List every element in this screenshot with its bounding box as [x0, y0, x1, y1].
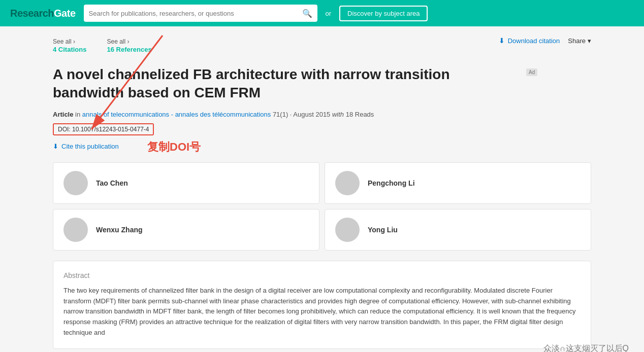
ad-badge: Ad	[526, 68, 537, 76]
cite-this-publication-button[interactable]: ⬇ Cite this publication	[53, 143, 591, 150]
journal-link[interactable]: annals of telecommunications - annales d…	[82, 111, 271, 118]
cite-download-icon: ⬇	[53, 143, 58, 150]
author-card-wenxu-zhang[interactable]: Wenxu Zhang	[53, 209, 319, 251]
article-type: Article	[53, 111, 73, 118]
author-name-yong-liu: Yong Liu	[368, 226, 398, 234]
doi-box[interactable]: DOI: 10.1007/s12243-015-0477-4	[53, 123, 154, 135]
abstract-text: The two key requirements of channelized …	[63, 286, 581, 338]
references-block: See all › 16 References	[107, 37, 151, 53]
search-input[interactable]	[89, 10, 302, 17]
chevron-down-icon: ▾	[588, 37, 591, 45]
abstract-section: Abstract The two key requirements of cha…	[53, 261, 591, 349]
search-icon-button[interactable]: 🔍	[302, 9, 312, 18]
reads-count: 18 Reads	[346, 111, 374, 118]
share-label: Share	[568, 37, 586, 45]
citations-row: See all › 4 Citations See all › 16 Refer…	[53, 37, 591, 53]
author-card-pengchong-li[interactable]: Pengchong Li	[325, 162, 591, 204]
discover-by-subject-button[interactable]: Discover by subject area	[339, 6, 428, 21]
logo: ResearchGate	[10, 8, 76, 19]
actions-right: ⬇ Download citation Share ▾	[499, 37, 591, 45]
authors-grid: Tao Chen Pengchong Li Wenxu Zhang Yong L…	[53, 162, 591, 251]
citations-left: See all › 4 Citations See all › 16 Refer…	[53, 37, 152, 53]
avatar-tao-chen	[63, 171, 88, 195]
article-title: A novel channelized FB architecture with…	[53, 65, 520, 102]
citations-count[interactable]: 4 Citations	[53, 46, 86, 53]
author-name-wenxu-zhang: Wenxu Zhang	[96, 226, 143, 234]
citations-block: See all › 4 Citations	[53, 37, 86, 53]
header: ResearchGate 🔍 or Discover by subject ar…	[0, 0, 644, 26]
with-text: with	[332, 111, 346, 118]
or-separator: or	[326, 10, 332, 17]
article-meta: Article in annals of telecommunications …	[53, 111, 591, 118]
download-citation-button[interactable]: ⬇ Download citation	[499, 37, 560, 45]
see-all-citations-link[interactable]: See all ›	[53, 38, 75, 45]
author-name-tao-chen: Tao Chen	[96, 179, 128, 187]
download-icon: ⬇	[499, 37, 505, 45]
avatar-yong-liu	[335, 218, 360, 242]
volume-date: 71(1) · August 2015	[273, 111, 332, 118]
author-name-pengchong-li: Pengchong Li	[368, 179, 415, 187]
search-bar[interactable]: 🔍	[84, 5, 317, 22]
see-all-refs-link[interactable]: See all ›	[107, 38, 129, 45]
avatar-pengchong-li	[335, 171, 360, 195]
avatar-wenxu-zhang	[63, 218, 88, 242]
download-citation-label: Download citation	[508, 37, 560, 45]
refs-count[interactable]: 16 References	[107, 46, 151, 53]
in-text: in	[75, 111, 82, 118]
doi-number: 10.1007/s12243-015-0477-4	[72, 126, 149, 133]
share-button[interactable]: Share ▾	[568, 37, 591, 45]
author-card-yong-liu[interactable]: Yong Liu	[325, 209, 591, 251]
abstract-title: Abstract	[63, 271, 581, 279]
doi-label: DOI:	[58, 126, 71, 133]
main-content: See all › 4 Citations See all › 16 Refer…	[43, 26, 601, 352]
author-card-tao-chen[interactable]: Tao Chen	[53, 162, 319, 204]
cite-pub-label: Cite this publication	[61, 143, 119, 150]
